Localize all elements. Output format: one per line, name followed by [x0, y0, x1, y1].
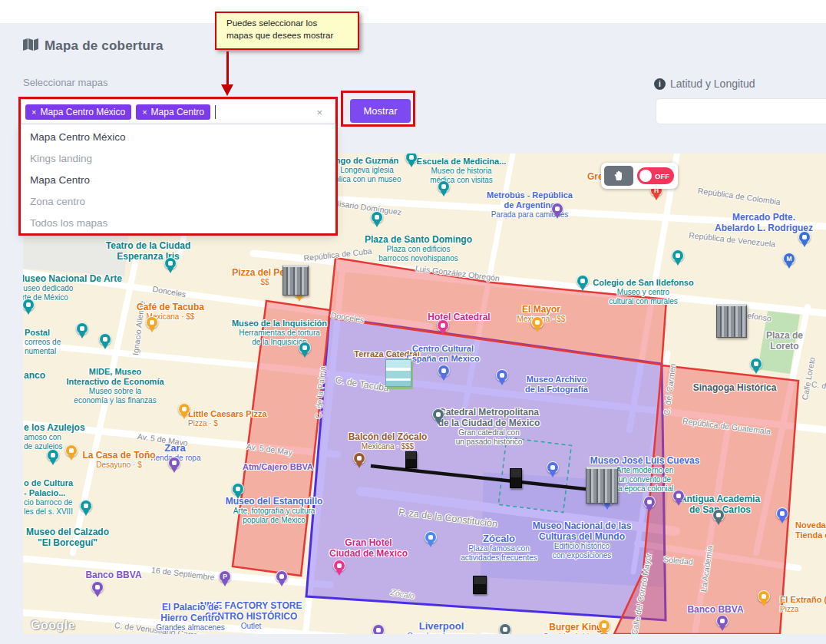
blackbox-sprite[interactable] [510, 468, 522, 488]
map-poi-label[interactable]: Sinagoga Histórica [693, 382, 777, 393]
map-poi-label[interactable]: anco [24, 370, 45, 381]
selected-tag[interactable]: ×Mapa Centro [136, 104, 210, 120]
map-pin[interactable] [598, 619, 610, 632]
map-pin[interactable]: M [783, 253, 795, 265]
server-sprite[interactable] [282, 265, 309, 296]
map-poi-label[interactable]: Mercado Pdte.Abelardo L. Rodriguez [715, 212, 813, 233]
map-poi-label[interactable]: LiverpoolGrandes almacenes [407, 620, 476, 634]
map-pin[interactable] [299, 342, 311, 354]
map-pin[interactable] [232, 483, 244, 495]
map-poi-label[interactable]: ngo de GuzmánLongeva iglesiatólica con u… [333, 156, 401, 184]
maps-multiselect[interactable]: ×Mapa Centro México×Mapa Centro × [21, 99, 335, 124]
map-poi-label[interactable]: Balcón del ZócaloMexicana · $$$ [349, 431, 428, 451]
map-poi-label[interactable]: Atm/Cajero BBVA [243, 462, 313, 472]
map-poi-label[interactable]: Postalcorreos denumental [25, 328, 61, 356]
map-poi-label[interactable]: ZócaloPlaza famosa conactividades frecue… [461, 533, 537, 563]
map-poi-label[interactable]: Museo de la InquisiciónHerramientas de t… [232, 319, 327, 347]
dropdown-option[interactable]: Zona centro [21, 191, 335, 213]
map-poi-label[interactable]: Catedral Metropolitanade la Ciudad de Mé… [438, 407, 540, 447]
map-pin[interactable] [712, 509, 725, 521]
map-pin[interactable] [643, 496, 656, 508]
dropdown-option[interactable]: Mapa Centro [21, 170, 335, 191]
tag-remove-icon[interactable]: × [31, 107, 36, 117]
map-pin[interactable] [776, 507, 788, 520]
google-logo[interactable]: Google [31, 619, 75, 632]
map-pin[interactable] [425, 531, 437, 543]
tag-remove-icon[interactable]: × [142, 107, 147, 117]
map-pin[interactable] [438, 365, 450, 377]
map-pin[interactable] [437, 319, 449, 332]
dropdown-option[interactable]: Mapa Centro México [21, 127, 335, 148]
map-poi-label[interactable]: Little Caesars PizzaPizza · $ [188, 409, 267, 428]
map-pin[interactable] [758, 590, 770, 603]
map-pin[interactable] [672, 490, 685, 502]
map-pin[interactable] [65, 444, 78, 457]
top-bar [0, 0, 826, 23]
map-pin[interactable] [371, 211, 383, 223]
map-pin[interactable] [577, 275, 589, 287]
map-pin[interactable] [168, 457, 180, 469]
map-pin[interactable] [80, 500, 92, 512]
map-pin[interactable] [531, 316, 544, 329]
maps-dropdown[interactable]: Mapa Centro MéxicoKings landingMapa Cent… [21, 124, 335, 233]
map-poi-label[interactable]: Colegio de San IldefonsoMuseo y centrocu… [593, 278, 693, 306]
map-poi-label[interactable]: Museo del EstanquilloArte, fotografía y … [226, 496, 323, 525]
map-poi-label[interactable]: Museo Archivode la Fotografía [525, 375, 588, 395]
map-poi-label[interactable]: Museo Nacional de lasCulturas del MundoE… [533, 520, 632, 560]
map-poi-label[interactable]: El Palacio deHierro CentroGrandes almace… [156, 602, 225, 632]
dropdown-option[interactable]: Todos los mapas [21, 213, 335, 234]
map-pin[interactable] [164, 257, 177, 269]
map-poi-label[interactable]: Museo del Calzado"El Borceguí" [26, 527, 109, 548]
map-poi-label[interactable]: Escuela de Medicina...Museo de historiam… [417, 157, 507, 185]
map-poi-label[interactable]: La Casa de ToñoDesayuno · $ [82, 450, 155, 470]
map-poi-label[interactable]: Centro CulturalEspaña en México [406, 344, 479, 364]
map-poi-label[interactable]: Banco BBVA [85, 570, 141, 580]
map-poi-label[interactable]: o de Cultura- Palacio...cio barroco dele… [24, 478, 73, 517]
map-pin[interactable] [99, 333, 111, 345]
map-pin[interactable] [438, 180, 450, 193]
clear-selection-icon[interactable]: × [316, 107, 322, 118]
map-pin[interactable] [178, 403, 190, 415]
map-pin[interactable] [496, 369, 508, 381]
map-pin[interactable] [333, 560, 345, 572]
selected-tag[interactable]: ×Mapa Centro México [25, 104, 131, 120]
map-pin[interactable] [499, 623, 511, 634]
map-pin[interactable] [372, 624, 385, 634]
map-pin[interactable] [47, 449, 59, 461]
building-sprite[interactable] [385, 359, 411, 387]
info-icon: i [654, 78, 666, 90]
map-pin[interactable] [146, 316, 158, 329]
map-poi-label[interactable]: Hotel Catedral [428, 312, 490, 322]
map-pin[interactable] [547, 461, 559, 474]
dropdown-option[interactable]: Kings landing [21, 148, 335, 170]
map-poi-label[interactable]: Plaza deLoreto [766, 330, 803, 352]
map-pin[interactable] [432, 408, 444, 421]
map-poi-label[interactable]: Museo Nacional De ArteMuseo dedicadoArte… [23, 273, 122, 302]
map-poi-label[interactable]: MIDE, MuseoInteractivo de EconomíaMuseo … [66, 367, 164, 405]
server-sprite[interactable] [716, 304, 747, 338]
map-poi-label[interactable]: Gran HotelCiudad de México [329, 537, 408, 559]
map-pin[interactable] [551, 203, 563, 215]
map-poi-label[interactable]: El Extraño (Pizza [780, 595, 826, 614]
map-pin[interactable] [76, 322, 88, 335]
mostrar-button[interactable]: Mostrar [350, 99, 411, 123]
latlng-input[interactable] [656, 98, 826, 124]
selected-tags: ×Mapa Centro México×Mapa Centro [25, 104, 215, 120]
map-poi-label[interactable]: Novedades PTienda de muñe [795, 520, 826, 540]
map-poi-label[interactable]: Teatro de la CiudadEsperanza Iris [106, 240, 190, 262]
pan-hand-button[interactable] [604, 166, 633, 186]
map-poi-label[interactable]: Banco BBVA [687, 604, 743, 615]
server-sprite[interactable] [586, 467, 618, 504]
map-pin[interactable] [672, 249, 684, 262]
blackbox-sprite[interactable] [405, 451, 417, 468]
coverage-toggle[interactable]: OFF [637, 167, 674, 184]
map-poi-label[interactable]: Plaza de Santo DomingoPlaza con edificio… [365, 234, 472, 263]
map-pin[interactable] [276, 570, 288, 583]
map-pin[interactable]: P [219, 570, 231, 583]
map-pin[interactable] [91, 581, 104, 593]
map-pin[interactable] [716, 615, 729, 627]
map-pin[interactable] [750, 358, 762, 370]
blackbox-sprite[interactable] [473, 576, 487, 594]
map-pin[interactable] [353, 452, 365, 464]
map-pin[interactable] [798, 231, 811, 243]
